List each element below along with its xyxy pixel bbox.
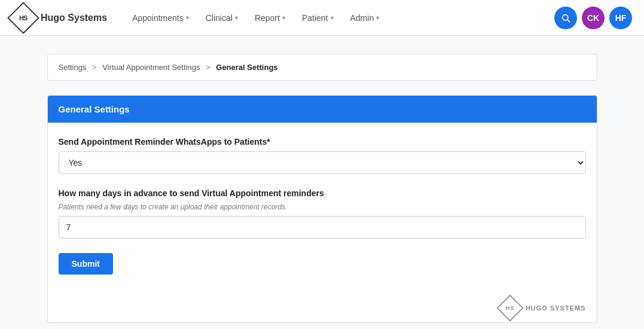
svg-line-1 — [567, 20, 570, 22]
breadcrumb-sep-2: > — [206, 63, 210, 72]
search-icon — [561, 13, 570, 23]
nav-right: CK HF — [554, 7, 632, 29]
chevron-down-icon: ▾ — [186, 14, 189, 21]
days-label: How many days in advance to send Virtual… — [59, 188, 586, 198]
days-hint: Patients need a few days to create an up… — [59, 203, 586, 211]
days-input[interactable] — [59, 216, 586, 239]
main-content: Settings > Virtual Appointment Settings … — [35, 54, 609, 323]
form-group-whatsapp: Send Appointment Reminder WhatsApps to P… — [59, 137, 586, 174]
nav-items: Appointments ▾ Clinical ▾ Report ▾ Patie… — [125, 8, 542, 28]
settings-header: General Settings — [48, 96, 597, 123]
submit-label: Submit — [72, 259, 100, 269]
nav-item-admin[interactable]: Admin ▾ — [343, 8, 387, 28]
settings-header-label: General Settings — [59, 104, 130, 114]
brand-logo-link[interactable]: HS Hugo Systems — [12, 7, 107, 29]
chevron-down-icon: ▾ — [235, 14, 238, 21]
search-button[interactable] — [554, 7, 577, 29]
nav-label-clinical: Clinical — [206, 13, 233, 23]
breadcrumb-current: General Settings — [216, 63, 277, 72]
chevron-down-icon: ▾ — [282, 14, 285, 21]
avatar-ck[interactable]: CK — [582, 7, 605, 29]
nav-label-appointments: Appointments — [132, 13, 184, 23]
brand-logo-diamond: HS — [7, 2, 39, 34]
nav-item-appointments[interactable]: Appointments ▾ — [125, 8, 196, 28]
avatar-ck-label: CK — [587, 13, 599, 23]
form-group-days: How many days in advance to send Virtual… — [59, 188, 586, 239]
settings-card: General Settings Send Appointment Remind… — [47, 95, 597, 323]
brand-logo-text: HS — [19, 14, 27, 22]
footer-logo: HS HUGO SYSTEMS — [48, 289, 597, 322]
chevron-down-icon: ▾ — [331, 14, 334, 21]
nav-item-report[interactable]: Report ▾ — [248, 8, 292, 28]
submit-button[interactable]: Submit — [59, 253, 113, 275]
footer-logo-text: HS — [506, 305, 515, 311]
avatar-hf[interactable]: HF — [609, 7, 632, 29]
navbar: HS Hugo Systems Appointments ▾ Clinical … — [0, 0, 644, 36]
footer-brand-name: HUGO SYSTEMS — [526, 304, 586, 312]
footer-diamond: HS — [496, 294, 523, 321]
settings-body: Send Appointment Reminder WhatsApps to P… — [48, 123, 597, 289]
chevron-down-icon: ▾ — [376, 14, 379, 21]
nav-item-patient[interactable]: Patient ▾ — [295, 8, 341, 28]
nav-label-patient: Patient — [302, 13, 328, 23]
whatsapp-label: Send Appointment Reminder WhatsApps to P… — [59, 137, 586, 147]
breadcrumb-virtual[interactable]: Virtual Appointment Settings — [102, 63, 200, 72]
breadcrumb-settings[interactable]: Settings — [59, 63, 87, 72]
nav-label-report: Report — [255, 13, 280, 23]
avatar-hf-label: HF — [615, 13, 627, 23]
brand-name: Hugo Systems — [41, 13, 107, 23]
breadcrumb-sep-1: > — [92, 63, 97, 72]
breadcrumb: Settings > Virtual Appointment Settings … — [47, 54, 597, 81]
whatsapp-select[interactable]: Yes No — [59, 151, 586, 174]
nav-item-clinical[interactable]: Clinical ▾ — [199, 8, 245, 28]
nav-label-admin: Admin — [350, 13, 374, 23]
